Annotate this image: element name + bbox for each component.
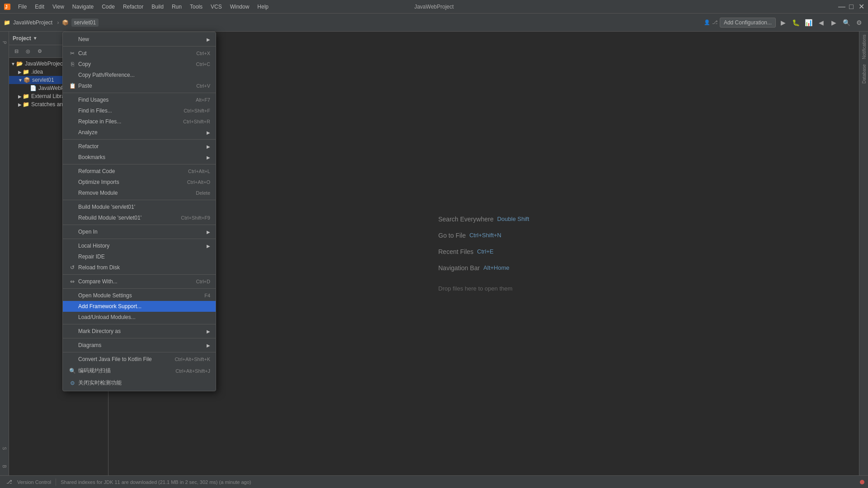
svg-text:J: J [5, 5, 8, 9]
ctx-item-analyze[interactable]: Analyze ▶ [63, 127, 216, 138]
reload-from-disk-icon: ↺ [68, 264, 76, 271]
database-panel-icon[interactable]: Database [860, 61, 868, 88]
editor-area: Search Everywhere Double Shift Go to Fil… [108, 32, 859, 475]
ctx-item-copy-path[interactable]: Copy Path/Reference... [63, 70, 216, 80]
tree-item-idea-label: .idea [31, 69, 43, 75]
ctx-item-local-history[interactable]: Local History ▶ [63, 240, 216, 251]
menu-view[interactable]: View [49, 3, 68, 11]
breadcrumb-separator: › [57, 19, 59, 26]
ctx-item-find-in-files[interactable]: Find in Files... Ctrl+Shift+F [63, 105, 216, 116]
ctx-compare-with-label: Compare With... [78, 278, 193, 285]
search-everywhere-button[interactable]: 🔍 [841, 17, 852, 28]
ctx-item-open-in[interactable]: Open In ▶ [63, 226, 216, 237]
ctx-item-add-framework-support[interactable]: Add Framework Support... [63, 301, 216, 312]
collapse-all-icon[interactable]: ⊟ [11, 46, 22, 57]
coverage-button[interactable]: 📊 [803, 17, 814, 28]
run-button[interactable]: ▶ [778, 17, 788, 28]
menu-build[interactable]: Build [148, 3, 167, 11]
notifications-panel-icon[interactable]: Notifications [860, 33, 868, 61]
ctx-item-refactor[interactable]: Refactor ▶ [63, 141, 216, 152]
sidebar-bookmarks-icon[interactable]: B [1, 457, 8, 475]
ctx-convert-java-label: Convert Java File to Kotlin File [78, 356, 171, 362]
ctx-item-replace-in-files[interactable]: Replace in Files... Ctrl+Shift+R [63, 116, 216, 127]
ctx-analyze-label: Analyze [78, 129, 205, 136]
ctx-item-paste[interactable]: 📋 Paste Ctrl+V [63, 80, 216, 91]
ctx-load-unload-label: Load/Unload Modules... [78, 314, 210, 320]
ctx-item-diagrams[interactable]: Diagrams ▶ [63, 340, 216, 351]
ctx-item-new[interactable]: New ▶ [63, 34, 216, 45]
ctx-item-remove-module[interactable]: Remove Module Delete [63, 188, 216, 198]
drop-files-hint: Drop files here to open them [439, 285, 529, 292]
project-name-label: JavaWebProject [13, 19, 52, 26]
ctx-item-bookmarks[interactable]: Bookmarks ▶ [63, 152, 216, 163]
debug-button[interactable]: 🐛 [790, 17, 801, 28]
settings-project-icon[interactable]: ⚙ [34, 46, 45, 57]
menu-vcs[interactable]: VCS [207, 3, 226, 11]
ctx-item-mark-directory[interactable]: Mark Directory as ▶ [63, 326, 216, 337]
minimize-button[interactable]: — [838, 4, 844, 10]
hint-recent-files: Recent Files Ctrl+E [439, 248, 529, 255]
back-button[interactable]: ◀ [816, 17, 826, 28]
ctx-item-reload-from-disk[interactable]: ↺ Reload from Disk [63, 262, 216, 273]
menu-tools[interactable]: Tools [186, 3, 206, 11]
expand-root-arrow: ▼ [11, 61, 15, 66]
ctx-item-compare-with[interactable]: ⇔ Compare With... Ctrl+D [63, 276, 216, 287]
ctx-item-load-unload[interactable]: Load/Unload Modules... [63, 312, 216, 323]
ctx-item-repair-ide[interactable]: Repair IDE [63, 251, 216, 262]
sidebar-project-icon[interactable]: P [1, 33, 8, 52]
ctx-replace-in-files-shortcut: Ctrl+Shift+R [183, 119, 210, 124]
ctx-item-cut[interactable]: ✂ Cut Ctrl+X [63, 48, 216, 59]
breadcrumb-servlet01[interactable]: servlet01 [71, 19, 99, 27]
sidebar-structure-icon[interactable]: S [1, 439, 8, 457]
recent-files-key: Ctrl+E [477, 248, 493, 255]
ctx-sep-9 [63, 288, 216, 289]
expand-idea-arrow: ▶ [18, 70, 22, 75]
ctx-new-label: New [78, 36, 205, 42]
ctx-open-module-settings-label: Open Module Settings [78, 292, 201, 299]
close-button[interactable]: ✕ [858, 4, 864, 10]
menu-help[interactable]: Help [254, 3, 272, 11]
add-configuration-button[interactable]: Add Configuration... [720, 18, 776, 28]
ctx-convert-java-shortcut: Ctrl+Alt+Shift+K [175, 357, 210, 362]
ctx-item-find-usages[interactable]: Find Usages Alt+F7 [63, 94, 216, 105]
project-dropdown-icon[interactable]: ▼ [33, 36, 38, 41]
welcome-hints: Search Everywhere Double Shift Go to Fil… [439, 216, 529, 292]
expand-scratches-arrow: ▶ [18, 102, 22, 107]
ctx-rebuild-module-label: Rebuild Module 'servlet01' [78, 215, 177, 221]
menu-file[interactable]: File [14, 3, 30, 11]
ctx-item-scan-code[interactable]: 🔍 编码规约扫描 Ctrl+Alt+Shift+J [63, 365, 216, 377]
ctx-item-rebuild-module[interactable]: Rebuild Module 'servlet01' Ctrl+Shift+F9 [63, 212, 216, 223]
menu-edit[interactable]: Edit [31, 3, 48, 11]
hint-navigation-bar: Navigation Bar Alt+Home [439, 264, 529, 272]
ctx-item-convert-java[interactable]: Convert Java File to Kotlin File Ctrl+Al… [63, 354, 216, 365]
context-menu: New ▶ ✂ Cut Ctrl+X ⎘ Copy Ctrl+C Copy Pa… [62, 32, 216, 391]
ctx-item-optimize-imports[interactable]: Optimize Imports Ctrl+Alt+O [63, 177, 216, 188]
status-separator [56, 479, 56, 486]
menu-code[interactable]: Code [98, 3, 118, 11]
new-arrow-icon: ▶ [207, 37, 210, 42]
ctx-item-open-module-settings[interactable]: Open Module Settings F4 [63, 290, 216, 301]
status-left: ⎇ Version Control Shared indexes for JDK… [4, 477, 251, 488]
ctx-item-copy[interactable]: ⎘ Copy Ctrl+C [63, 59, 216, 70]
menu-refactor[interactable]: Refactor [119, 3, 147, 11]
ctx-scan-code-shortcut: Ctrl+Alt+Shift+J [175, 368, 210, 374]
ctx-reformat-label: Reformat Code [78, 168, 184, 174]
maximize-button[interactable]: □ [848, 4, 854, 10]
version-control-icon[interactable]: ⎇ [4, 477, 14, 488]
hint-goto-file: Go to File Ctrl+Shift+N [439, 232, 529, 239]
ctx-item-detect-realtime[interactable]: ⚙ 关闭实时检测功能 [63, 377, 216, 389]
menu-navigate[interactable]: Navigate [69, 3, 97, 11]
locate-file-icon[interactable]: ◎ [23, 46, 33, 57]
ctx-item-build-module[interactable]: Build Module 'servlet01' [63, 202, 216, 212]
menu-run[interactable]: Run [168, 3, 185, 11]
ctx-item-reformat[interactable]: Reformat Code Ctrl+Alt+L [63, 166, 216, 177]
ctx-copy-path-label: Copy Path/Reference... [78, 72, 210, 78]
ctx-cut-label: Cut [78, 50, 193, 56]
right-sidebar: Notifications Database [859, 32, 868, 475]
forward-button[interactable]: ▶ [828, 17, 839, 28]
project-folder-icon: 📁 [4, 19, 10, 26]
scratches-folder-icon: 📁 [23, 101, 29, 108]
settings-icon[interactable]: ⚙ [854, 17, 864, 28]
menu-window[interactable]: Window [226, 3, 253, 11]
ctx-sep-6 [63, 225, 216, 225]
